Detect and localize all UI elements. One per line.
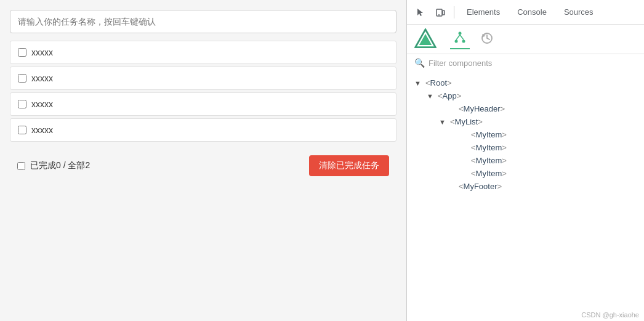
- task-item-4: xxxxx: [10, 118, 396, 142]
- task-label-2: xxxxx: [31, 73, 53, 83]
- tree-node[interactable]: <MyFooter>: [414, 180, 637, 193]
- tree-tag: <MyList>: [450, 117, 483, 126]
- task-label-4: xxxxx: [31, 125, 53, 135]
- tree-tag: <MyItem>: [471, 143, 507, 152]
- tree-node[interactable]: ▼<MyList>: [414, 115, 637, 128]
- bracket-close: >: [497, 182, 502, 191]
- tree-node[interactable]: <MyItem>: [414, 128, 637, 141]
- vue-panel-tabs: [407, 25, 644, 54]
- task-checkbox-4[interactable]: [18, 126, 26, 134]
- tree-tag: <MyItem>: [471, 130, 507, 139]
- toolbar-separator: [454, 6, 454, 18]
- svg-point-6: [459, 31, 462, 35]
- tree-node[interactable]: <MyItem>: [414, 141, 637, 154]
- bracket-close: >: [502, 143, 507, 152]
- svg-rect-1: [443, 10, 445, 15]
- vue-logo-icon: [414, 28, 437, 51]
- todo-panel: xxxxx xxxxx xxxxx xxxxx 已完成0 / 全部2 清除已完成…: [0, 0, 406, 321]
- watermark: CSDN @gh-xiaohe: [407, 309, 644, 321]
- cursor-icon[interactable]: [412, 4, 429, 21]
- tree-arrow: ▼: [427, 92, 435, 100]
- footer-bar: 已完成0 / 全部2 清除已完成任务: [10, 149, 396, 182]
- devtools-toolbar: Elements Console Sources: [407, 0, 644, 25]
- task-item-1: xxxxx: [10, 41, 396, 64]
- bracket-close: >: [502, 169, 507, 178]
- tree-tag: <MyItem>: [471, 169, 507, 178]
- bracket-open: <: [450, 117, 455, 126]
- task-checkbox-2[interactable]: [18, 74, 26, 83]
- tree-node[interactable]: <MyHeader>: [414, 102, 637, 115]
- bracket-close: >: [502, 156, 507, 165]
- tab-component-tree[interactable]: [450, 30, 470, 49]
- svg-point-7: [455, 39, 458, 43]
- devtools-panel: Elements Console Sources: [406, 0, 644, 321]
- tree-arrow: ▼: [439, 118, 448, 126]
- bracket-open: <: [471, 169, 476, 178]
- bracket-open: <: [459, 104, 464, 113]
- tree-tag: <Root>: [425, 78, 452, 87]
- svg-line-10: [460, 35, 464, 39]
- bracket-open: <: [425, 78, 430, 87]
- tree-node[interactable]: ▼<Root>: [414, 76, 637, 89]
- bracket-open: <: [471, 156, 476, 165]
- task-item-3: xxxxx: [10, 92, 396, 116]
- tab-history[interactable]: [477, 30, 497, 49]
- vue-panel: 🔍 ▼<Root>▼<App><MyHeader>▼<MyList><MyIte…: [407, 25, 644, 321]
- bracket-open: <: [438, 91, 443, 100]
- tree-tag: <MyHeader>: [459, 104, 505, 113]
- tree-tag: <App>: [438, 91, 461, 100]
- bracket-close: >: [447, 78, 452, 87]
- tree-node[interactable]: <MyItem>: [414, 154, 637, 167]
- tab-sources[interactable]: Sources: [557, 2, 601, 23]
- bracket-close: >: [457, 91, 462, 100]
- bracket-close: >: [501, 104, 505, 113]
- select-all-checkbox[interactable]: [17, 162, 25, 170]
- bracket-open: <: [471, 143, 476, 152]
- svg-line-9: [456, 35, 460, 39]
- filter-input[interactable]: [429, 59, 637, 68]
- tree-node[interactable]: <MyItem>: [414, 167, 637, 180]
- clear-button[interactable]: 清除已完成任务: [309, 155, 389, 176]
- device-icon[interactable]: [432, 4, 449, 21]
- bracket-open: <: [471, 130, 476, 139]
- bracket-close: >: [478, 117, 483, 126]
- task-label-3: xxxxx: [31, 99, 53, 109]
- svg-point-8: [462, 39, 465, 43]
- component-tree: ▼<Root>▼<App><MyHeader>▼<MyList><MyItem>…: [407, 74, 644, 309]
- filter-bar: 🔍: [407, 54, 644, 71]
- task-input[interactable]: [10, 10, 396, 33]
- tab-console[interactable]: Console: [510, 2, 554, 23]
- bracket-close: >: [502, 130, 507, 139]
- task-item-2: xxxxx: [10, 67, 396, 90]
- tree-arrow: ▼: [414, 79, 423, 87]
- task-checkbox-3[interactable]: [18, 100, 26, 108]
- tree-tag: <MyItem>: [471, 156, 507, 165]
- bracket-open: <: [459, 182, 464, 191]
- task-status: 已完成0 / 全部2: [30, 160, 90, 171]
- tab-elements[interactable]: Elements: [459, 2, 507, 23]
- tree-node[interactable]: ▼<App>: [414, 89, 637, 102]
- task-label-1: xxxxx: [31, 47, 53, 57]
- search-icon: 🔍: [414, 58, 425, 68]
- footer-info: 已完成0 / 全部2: [17, 160, 90, 171]
- tree-tag: <MyFooter>: [459, 182, 502, 191]
- task-checkbox-1[interactable]: [18, 48, 26, 57]
